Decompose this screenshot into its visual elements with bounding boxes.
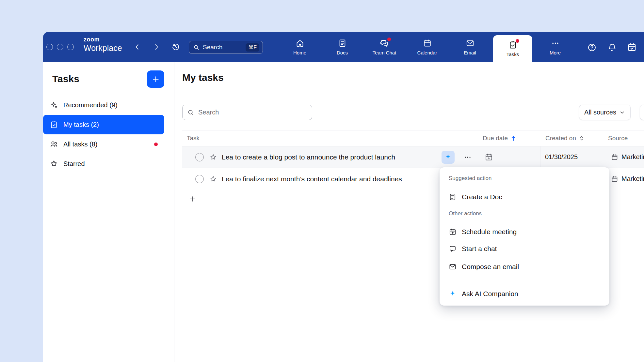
sidebar-item-label: All tasks (8) xyxy=(63,141,97,148)
history-button[interactable] xyxy=(170,42,181,52)
tab-label: Team Chat xyxy=(373,50,396,55)
menu-item-schedule-meeting[interactable]: Schedule meeting xyxy=(440,226,609,238)
sources-filter-button[interactable]: All sources xyxy=(579,105,631,120)
tab-tasks[interactable]: Tasks xyxy=(493,35,532,62)
notification-dot xyxy=(516,39,519,43)
tab-home[interactable]: Home xyxy=(282,32,318,62)
calendar-icon xyxy=(611,154,618,161)
help-icon xyxy=(587,43,597,52)
row-more-button[interactable] xyxy=(463,152,473,162)
star-icon xyxy=(50,159,58,168)
sources-filter-label: All sources xyxy=(584,109,616,116)
global-search-placeholder: Search xyxy=(203,44,222,51)
sparkle-icon xyxy=(50,101,58,109)
window-control-dot[interactable] xyxy=(57,44,63,50)
calendar-icon xyxy=(611,175,618,183)
zoom-workplace-window: zoom Workplace Search ⌘F Home Docs xyxy=(43,32,644,362)
envelope-icon xyxy=(449,263,457,271)
help-button[interactable] xyxy=(586,42,597,53)
history-icon xyxy=(171,42,180,52)
table-header: Task Due date Created on Source xyxy=(182,130,644,146)
sidebar-item-label: Starred xyxy=(63,160,85,168)
menu-item-create-doc[interactable]: Create a Doc xyxy=(440,191,609,203)
page-title: My tasks xyxy=(182,72,224,83)
created-on-cell: 01/30/2025 xyxy=(540,146,603,168)
task-cell: Lea to finalize next month’s content cal… xyxy=(182,168,478,190)
source-value: Marketing xyxy=(621,153,644,161)
tab-team-chat[interactable]: Team Chat xyxy=(366,32,402,62)
column-header-created-on[interactable]: Created on xyxy=(545,130,585,146)
ai-actions-menu: Suggested action Create a Doc Other acti… xyxy=(440,167,609,306)
task-title[interactable]: Lea to finalize next month’s content cal… xyxy=(222,175,402,183)
star-icon[interactable] xyxy=(209,153,217,161)
notifications-button[interactable] xyxy=(606,42,618,53)
sidebar-item-recommended[interactable]: Recommended (9) xyxy=(43,95,164,115)
add-due-date-icon[interactable] xyxy=(485,153,493,161)
menu-item-compose-email[interactable]: Compose an email xyxy=(440,261,609,273)
zoom-brand-text: zoom xyxy=(84,37,122,43)
notification-dot xyxy=(154,143,158,146)
tab-label: Calendar xyxy=(417,50,437,55)
workplace-text: Workplace xyxy=(84,44,122,53)
tasks-search xyxy=(182,105,312,120)
window-control-dot[interactable] xyxy=(67,44,74,50)
sidebar-list: Recommended (9) My tasks (2) All tasks (… xyxy=(43,95,174,173)
sidebar-item-starred[interactable]: Starred xyxy=(43,154,164,173)
ai-companion-action-button[interactable] xyxy=(442,151,455,164)
sort-ascending-icon xyxy=(510,135,517,142)
tab-label: Home xyxy=(293,50,306,55)
calendar-plus-icon xyxy=(449,228,457,236)
tab-label: Docs xyxy=(337,50,348,55)
column-header-task: Task xyxy=(187,130,200,146)
sidebar-item-label: My tasks (2) xyxy=(63,121,99,128)
search-shortcut-badge: ⌘F xyxy=(246,43,259,52)
menu-section-label: Other actions xyxy=(449,210,482,217)
ellipsis-icon xyxy=(463,153,472,161)
forward-button[interactable] xyxy=(151,42,162,52)
column-header-due-date[interactable]: Due date xyxy=(483,130,517,146)
ai-sparkle-icon xyxy=(444,153,452,161)
sidebar-item-my-tasks[interactable]: My tasks (2) xyxy=(43,115,164,134)
sidebar-item-all-tasks[interactable]: All tasks (8) xyxy=(43,134,164,154)
tasks-search-input[interactable] xyxy=(198,108,312,116)
search-icon xyxy=(193,44,200,51)
tab-docs[interactable]: Docs xyxy=(324,32,360,62)
sort-icon xyxy=(578,135,585,142)
due-date-cell xyxy=(478,146,540,168)
tab-more[interactable]: More xyxy=(537,32,573,62)
plus-icon xyxy=(152,75,160,83)
tasks-sidebar: Tasks Recommended (9) My tasks (2) All t… xyxy=(43,62,174,362)
add-task-button[interactable] xyxy=(147,70,164,88)
created-on-value: 01/30/2025 xyxy=(545,153,578,161)
tab-email[interactable]: Email xyxy=(452,32,488,62)
add-task-inline-button[interactable] xyxy=(188,194,198,204)
star-icon[interactable] xyxy=(209,175,217,183)
source-value: Marketing xyxy=(621,175,644,183)
calendar-badge-button[interactable] xyxy=(626,42,637,53)
chevron-left-icon xyxy=(133,43,141,51)
table-row[interactable]: Lea to create a blog post to announce th… xyxy=(182,146,644,168)
window-control-dot[interactable] xyxy=(46,44,53,50)
back-button[interactable] xyxy=(132,42,142,52)
tab-label: Email xyxy=(464,50,476,55)
menu-divider xyxy=(447,280,602,280)
people-icon xyxy=(50,140,58,148)
menu-item-start-chat[interactable]: Start a chat xyxy=(440,243,609,255)
tab-label: More xyxy=(550,50,561,55)
task-checkbox[interactable] xyxy=(195,175,204,183)
task-title[interactable]: Lea to create a blog post to announce th… xyxy=(222,153,395,161)
doc-icon xyxy=(449,193,457,201)
task-checkbox[interactable] xyxy=(195,153,204,161)
zoom-logo: zoom Workplace xyxy=(84,37,122,53)
tab-calendar[interactable]: Calendar xyxy=(409,32,445,62)
source-cell: Marketing xyxy=(603,146,644,168)
menu-item-ask-ai-companion[interactable]: Ask AI Companion xyxy=(440,288,609,300)
top-navbar: zoom Workplace Search ⌘F Home Docs xyxy=(43,32,644,62)
window-controls xyxy=(46,44,74,50)
plus-icon xyxy=(189,195,197,203)
global-search-button[interactable]: Search ⌘F xyxy=(189,41,263,54)
chevron-right-icon xyxy=(152,43,161,51)
email-icon xyxy=(466,39,475,48)
more-icon xyxy=(551,39,560,48)
extra-filter-button[interactable] xyxy=(640,105,644,120)
